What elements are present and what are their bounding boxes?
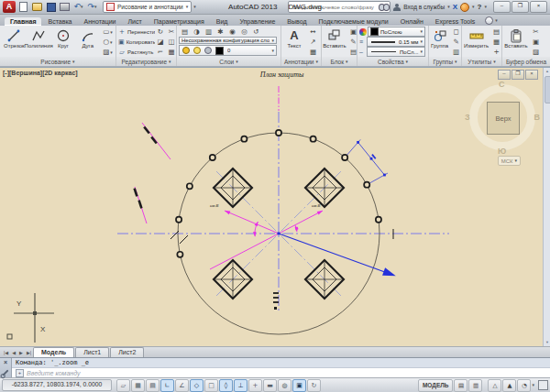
open-button[interactable] (31, 2, 43, 12)
lineweight-toggle[interactable]: ▬ (263, 379, 277, 392)
scroll-up-icon[interactable]: ▲ (544, 68, 550, 75)
infer-constraints-toggle[interactable]: ▱ (116, 379, 130, 392)
ribbon-tab-express-tools[interactable]: Express Tools (430, 17, 480, 26)
vertical-scrollbar[interactable]: ▲ ▼ (543, 68, 550, 346)
status-menu-icon[interactable]: ▾ (532, 383, 534, 387)
save-button[interactable] (45, 2, 57, 12)
ribbon-tab-подключаемые-модули[interactable]: Подключаемые модули (314, 17, 394, 26)
cut-button[interactable]: ✂ (529, 27, 543, 37)
attribute-edit-button[interactable]: ✎ (346, 37, 357, 47)
first-layout-icon[interactable]: |◀ (2, 348, 10, 357)
last-layout-icon[interactable]: ▶| (25, 348, 33, 357)
polar-toggle[interactable]: ∠ (175, 379, 189, 392)
annotation-visibility-button[interactable]: △ (488, 379, 501, 392)
group-button[interactable]: Группа (431, 27, 448, 57)
minimize-button[interactable]: – (493, 1, 511, 13)
viewcube-top-face[interactable]: Верх (487, 102, 520, 135)
doc-close-button[interactable]: × (525, 70, 538, 80)
block-edit-button[interactable]: ▣ (346, 27, 357, 37)
array-button[interactable]: ▦ (166, 47, 176, 57)
annotation-scale-button[interactable]: ◔ (517, 379, 531, 392)
stretch-button[interactable]: ▱Растянуть (118, 47, 155, 57)
layout-tab-модель[interactable]: Модель (33, 347, 74, 357)
scrollbar-thumb[interactable] (544, 76, 550, 103)
osnap-3d-toggle[interactable]: □ (204, 379, 218, 392)
dyn-input-toggle[interactable]: + (248, 379, 262, 392)
fillet-button[interactable]: ⌐ (155, 47, 166, 57)
ribbon-options-icon[interactable] (485, 16, 493, 25)
help-icon[interactable]: ? (478, 3, 482, 11)
ribbon-tab-вывод[interactable]: Вывод (281, 17, 312, 26)
ribbon-tab-главная[interactable]: Главная (5, 17, 41, 26)
close-command-icon[interactable]: × (4, 359, 7, 365)
model-space-button[interactable]: МОДЕЛЬ (418, 379, 454, 392)
next-layout-icon[interactable]: ▶ (17, 348, 25, 357)
layer-freeze-button[interactable]: ✱ (214, 27, 226, 37)
osnap-toggle[interactable]: ◇ (190, 379, 204, 392)
undo-button[interactable]: ↶▾ (72, 2, 84, 12)
viewcube-south[interactable]: Ю (498, 147, 506, 156)
quick-properties-toggle[interactable]: ▣ (292, 379, 306, 392)
viewcube-north[interactable]: С (499, 80, 505, 89)
qat-customize-icon[interactable]: ▾ (193, 5, 196, 9)
block-create-button[interactable]: ▤ (346, 47, 357, 57)
chevron-down-icon[interactable]: ▾ (447, 5, 450, 9)
panel-properties-footer[interactable]: Свойства▾ (358, 57, 428, 66)
autocad-logo-icon[interactable]: A (3, 1, 16, 13)
panel-layers-footer[interactable]: Слои▾ (177, 57, 280, 66)
panel-block-footer[interactable]: Блок▾ (322, 57, 357, 66)
transparency-toggle[interactable]: ◍ (278, 379, 292, 392)
layer-previous-button[interactable]: ↺ (250, 27, 262, 37)
group-manager-button[interactable]: ▥ (449, 47, 461, 57)
polyline-button[interactable]: Полилиния (27, 27, 51, 57)
layer-properties-button[interactable]: ▤ (179, 27, 191, 37)
move-button[interactable]: +Перенести (118, 27, 155, 37)
copy-button[interactable]: ▣ (529, 37, 543, 47)
panel-groups-footer[interactable]: Группы▾ (429, 57, 461, 66)
exchange-apps-icon[interactable]: X (453, 3, 457, 11)
match-properties-button[interactable]: ▨ (529, 47, 543, 57)
coordinates-readout[interactable]: -6233.8727, 10803.1974, 0.0000 (2, 379, 112, 391)
doc-minimize-button[interactable]: – (498, 70, 511, 80)
layout-tab-лист1[interactable]: Лист1 (75, 347, 109, 357)
close-button[interactable]: × (530, 1, 547, 13)
erase-button[interactable]: ◪ (155, 37, 166, 47)
quick-calc-button[interactable]: ▦ (490, 37, 501, 47)
measure-button[interactable]: Измерить (464, 27, 489, 57)
ribbon-tab-онлайн[interactable]: Онлайн (395, 17, 429, 26)
layer-unlock-button[interactable]: ◎ (238, 27, 250, 37)
ribbon-tab-аннотации[interactable]: Аннотации (79, 17, 122, 26)
ducs-toggle[interactable]: ⊥ (234, 379, 248, 392)
grid-toggle[interactable]: ▤ (146, 379, 160, 392)
dimension-button[interactable]: ↔ (306, 27, 320, 37)
drawing-area[interactable]: см.Всм.В [-][Вершина][2D каркас] План за… (0, 67, 550, 346)
command-input[interactable]: + Введите команду (12, 368, 550, 377)
layer-state-dropdown[interactable]: Несохраненная конфигурация сло ▾ (179, 37, 277, 44)
layer-dropdown[interactable]: 0 ▾ (179, 45, 277, 56)
multileader-button[interactable]: ↗ (306, 37, 320, 47)
panel-draw-footer[interactable]: Рисование▾ (0, 57, 116, 66)
text-button[interactable]: A Текст (283, 27, 305, 57)
scroll-down-icon[interactable]: ▼ (544, 339, 550, 346)
trim-button[interactable]: ✂ (166, 27, 176, 37)
circle-button[interactable]: Круг (51, 27, 76, 57)
viewcube-west[interactable]: З (465, 113, 470, 122)
panel-modify-footer[interactable]: Редактирование▾ (116, 57, 176, 66)
ribbon-tab-управление[interactable]: Управление (234, 17, 280, 26)
lineweight-dropdown[interactable]: ≡ 0.15 мм▾ (359, 37, 426, 47)
group-edit-button[interactable]: ✎ (449, 37, 461, 47)
layer-off-button[interactable]: ◑ (191, 27, 203, 37)
search-icon[interactable] (379, 4, 388, 10)
customize-wrench-icon[interactable] (2, 369, 8, 376)
signin-label[interactable]: Вход в службы (403, 4, 445, 10)
layout-tab-лист2[interactable]: Лист2 (110, 347, 144, 357)
hatch-button[interactable]: ▨▾ (101, 47, 115, 57)
linetype-dropdown[interactable]: – ПоСл...▾ (359, 47, 426, 57)
table-button[interactable]: ▦ (306, 47, 320, 57)
plot-button[interactable] (59, 2, 71, 12)
layer-lock-button[interactable]: ◉ (226, 27, 238, 37)
rectangle-button[interactable]: ▭▾ (101, 27, 115, 37)
otrack-toggle[interactable]: ◊ (219, 379, 233, 392)
new-button[interactable] (17, 2, 29, 12)
panel-utilities-footer[interactable]: Утилиты▾ (462, 57, 501, 66)
